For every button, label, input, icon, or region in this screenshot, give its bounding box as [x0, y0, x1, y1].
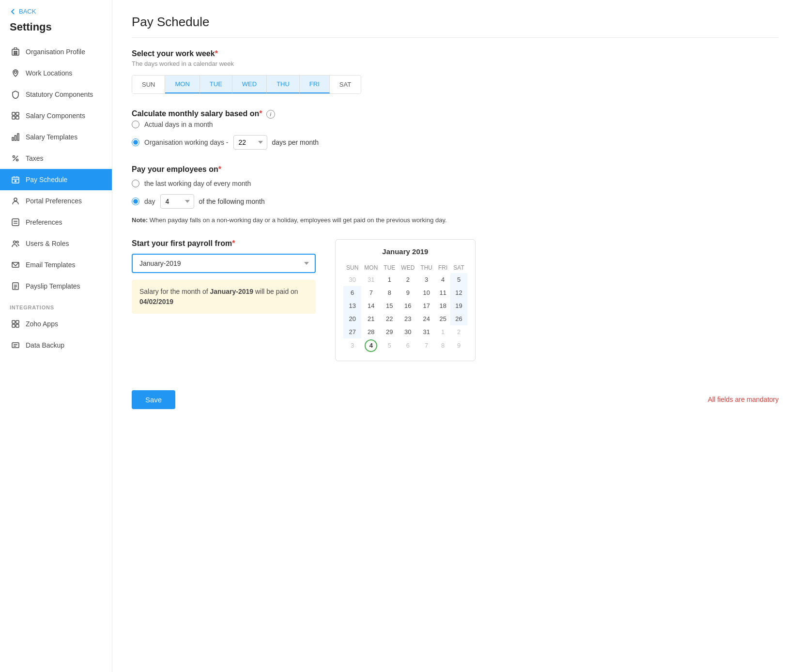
- svg-rect-2: [16, 51, 17, 52]
- backup-icon: [11, 341, 20, 350]
- calendar-week-row: 20212223242526: [343, 312, 467, 325]
- day-wed-button[interactable]: WED: [232, 76, 267, 93]
- calendar-body: 3031123456789101112131415161718192021222…: [343, 273, 467, 353]
- sidebar-item-label: Taxes: [26, 154, 44, 162]
- day-tue-button[interactable]: TUE: [200, 76, 232, 93]
- calendar-day-cell: 1: [435, 325, 450, 338]
- page-title: Pay Schedule: [132, 15, 779, 38]
- calendar-day-cell: 2: [398, 273, 417, 286]
- last-working-day-radio[interactable]: [132, 180, 139, 187]
- payroll-left: Start your first payroll from* January-2…: [132, 239, 316, 314]
- calendar-day-cell: 3: [417, 273, 435, 286]
- sidebar-item-label: Work Locations: [26, 69, 72, 77]
- calendar-day-cell: 23: [398, 312, 417, 325]
- calendar-week-row: 13141516171819: [343, 299, 467, 312]
- cal-header-wed: WED: [398, 262, 417, 273]
- back-button[interactable]: BACK: [0, 0, 112, 19]
- day-thu-button[interactable]: THU: [267, 76, 300, 93]
- payroll-from-select[interactable]: January-2019 February-2019 March-2019: [132, 254, 316, 273]
- calendar-day-cell: 8: [381, 286, 398, 299]
- sliders-icon: [11, 218, 20, 227]
- sidebar-item-data-backup[interactable]: Data Backup: [0, 335, 112, 356]
- sidebar-item-email-templates[interactable]: Email Templates: [0, 254, 112, 275]
- svg-rect-4: [16, 53, 17, 54]
- svg-rect-10: [12, 137, 14, 140]
- grid-icon: [11, 111, 20, 120]
- calendar-day-cell: 12: [450, 286, 467, 299]
- actual-days-radio[interactable]: [132, 121, 139, 128]
- calendar-day-cell: 31: [417, 325, 435, 338]
- svg-point-22: [14, 241, 16, 244]
- calendar-day-cell: 10: [417, 286, 435, 299]
- sidebar-item-taxes[interactable]: Taxes: [0, 148, 112, 169]
- calendar-title: January 2019: [343, 247, 467, 256]
- sidebar-item-organisation-profile[interactable]: Organisation Profile: [0, 41, 112, 62]
- salary-payment-note: Salary for the month of January-2019 wil…: [132, 280, 316, 314]
- main-content: Pay Schedule Select your work week* The …: [112, 0, 798, 672]
- info-icon: i: [266, 110, 275, 119]
- calendar-day-cell: 4: [361, 338, 381, 353]
- payslip-icon: [11, 282, 20, 290]
- calendar-day-cell: 1: [381, 273, 398, 286]
- day-of-month-radio[interactable]: [132, 198, 139, 205]
- calendar-day-cell: 3: [343, 338, 361, 353]
- monthly-salary-section: Calculate monthly salary based on* i Act…: [132, 109, 779, 150]
- cal-header-mon: MON: [361, 262, 381, 273]
- sidebar-item-salary-components[interactable]: Salary Components: [0, 105, 112, 126]
- day-sun-button[interactable]: SUN: [132, 76, 165, 93]
- svg-rect-19: [12, 219, 19, 226]
- sidebar-item-label: Statutory Components: [26, 91, 93, 98]
- sidebar-item-label: Portal Preferences: [26, 197, 82, 205]
- sidebar-item-statutory-components[interactable]: Statutory Components: [0, 84, 112, 105]
- calendar-day-cell: 27: [343, 325, 361, 338]
- monthly-salary-options: Actual days in a month Organisation work…: [132, 121, 779, 150]
- calendar-day-cell: 22: [381, 312, 398, 325]
- sidebar-item-label: Salary Templates: [26, 133, 77, 141]
- building-icon: [11, 47, 20, 56]
- sidebar-item-portal-preferences[interactable]: Portal Preferences: [0, 190, 112, 212]
- sidebar-item-users-roles[interactable]: Users & Roles: [0, 233, 112, 254]
- footer: Save All fields are mandatory: [132, 381, 779, 409]
- shield-icon: [11, 90, 20, 99]
- mandatory-text: All fields are mandatory: [708, 396, 779, 403]
- sidebar-item-label: Pay Schedule: [26, 176, 67, 183]
- pay-day-select[interactable]: 4 1 2 3 5 6 7 8 9 10: [160, 194, 194, 209]
- day-sat-button[interactable]: SAT: [330, 76, 361, 93]
- calendar-week-row: 3456789: [343, 338, 467, 353]
- svg-line-15: [13, 156, 18, 161]
- calendar-day-cell: 16: [398, 299, 417, 312]
- calendar-day-cell: 9: [450, 338, 467, 353]
- svg-rect-0: [12, 49, 19, 55]
- sidebar-item-work-locations[interactable]: Work Locations: [0, 62, 112, 84]
- calendar-day-cell: 15: [381, 299, 398, 312]
- last-working-day-label: the last working day of every month: [144, 180, 251, 187]
- working-days-suffix: days per month: [272, 138, 319, 146]
- cal-header-sun: SUN: [343, 262, 361, 273]
- svg-rect-11: [15, 136, 16, 140]
- calendar-day-cell: 14: [361, 299, 381, 312]
- working-days-select[interactable]: 22 20 21 23 24 25 26: [233, 135, 267, 150]
- work-week-section: Select your work week* The days worked i…: [132, 49, 779, 94]
- sidebar-item-pay-schedule[interactable]: Pay Schedule: [0, 169, 112, 190]
- svg-rect-6: [12, 112, 15, 115]
- monthly-salary-title: Calculate monthly salary based on* i: [132, 109, 779, 119]
- svg-point-17: [15, 181, 16, 182]
- calendar-day-cell: 5: [381, 338, 398, 353]
- save-button[interactable]: Save: [132, 390, 175, 409]
- org-working-days-radio[interactable]: [132, 138, 139, 146]
- calendar-day-cell: 30: [398, 325, 417, 338]
- pay-employees-title: Pay your employees on*: [132, 165, 779, 174]
- sidebar-item-zoho-apps[interactable]: Zoho Apps: [0, 313, 112, 335]
- person-settings-icon: [11, 197, 20, 205]
- day-mon-button[interactable]: MON: [165, 76, 200, 93]
- sidebar-item-label: Zoho Apps: [26, 320, 58, 328]
- sidebar-item-salary-templates[interactable]: Salary Templates: [0, 126, 112, 148]
- calendar-week-row: 6789101112: [343, 286, 467, 299]
- cal-header-thu: THU: [417, 262, 435, 273]
- svg-rect-29: [12, 321, 15, 323]
- calendar-day-cell: 31: [361, 273, 381, 286]
- day-fri-button[interactable]: FRI: [300, 76, 330, 93]
- sidebar-item-payslip-templates[interactable]: Payslip Templates: [0, 275, 112, 297]
- sidebar-item-preferences[interactable]: Preferences: [0, 212, 112, 233]
- payday-note: Note: When payday falls on a non-working…: [132, 216, 779, 224]
